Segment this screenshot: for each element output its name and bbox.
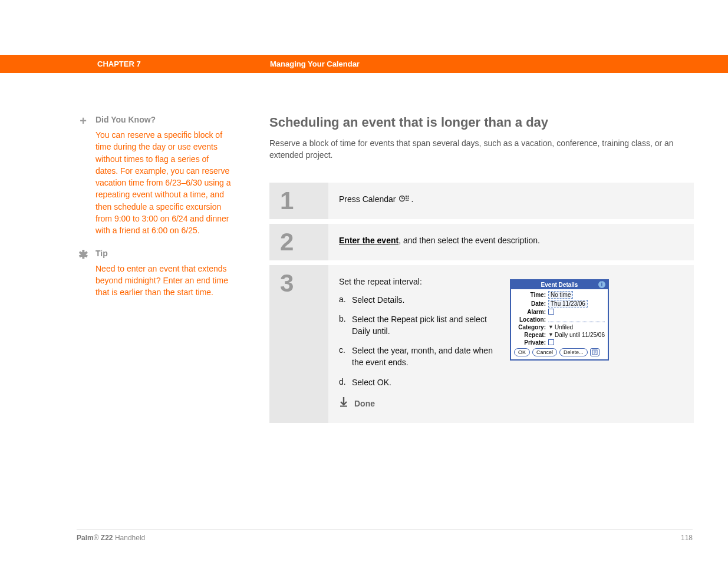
- chapter-header-bar: CHAPTER 7 Managing Your Calendar: [0, 55, 728, 73]
- arrow-down-icon: [339, 396, 348, 410]
- dropdown-icon[interactable]: ▼: [548, 324, 554, 330]
- note-icon[interactable]: [590, 348, 599, 356]
- star-icon: ✱: [78, 249, 88, 260]
- svg-rect-7: [406, 200, 409, 201]
- sidebar: + Did You Know? You can reserve a specif…: [78, 115, 231, 310]
- delete-button[interactable]: Delete...: [559, 348, 588, 356]
- tip-body: Need to enter an event that extends beyo…: [95, 263, 231, 299]
- svg-rect-6: [408, 198, 409, 199]
- step2-rest: , and then select the event description.: [398, 236, 540, 245]
- ok-button[interactable]: OK: [514, 348, 530, 356]
- location-field[interactable]: [548, 316, 605, 322]
- location-label: Location:: [514, 316, 546, 323]
- step-number-1: 1: [269, 183, 328, 219]
- page-footer: Palm® Z22 Handheld 118: [77, 530, 693, 542]
- chapter-label: CHAPTER 7: [97, 59, 141, 68]
- main-content: Scheduling an event that is longer than …: [269, 115, 694, 428]
- done-indicator: Done: [339, 396, 498, 410]
- dialog-title-bar: Event Details i: [511, 280, 608, 289]
- category-value[interactable]: Unfiled: [555, 324, 573, 330]
- info-icon[interactable]: i: [598, 281, 605, 288]
- footer-reg: ®: [94, 534, 99, 542]
- step-body-3: Set the repeat interval: a.Select Detail…: [328, 265, 694, 424]
- tip-box: ✱ Tip Need to enter an event that extend…: [78, 249, 231, 299]
- chapter-title: Managing Your Calendar: [270, 59, 360, 68]
- svg-rect-3: [406, 196, 407, 197]
- tip-label: Tip: [95, 249, 108, 258]
- dyk-body: You can reserve a specific block of time…: [95, 129, 231, 237]
- s3c-text: Select the year, month, and date when th…: [352, 345, 498, 368]
- alarm-label: Alarm:: [514, 309, 546, 315]
- date-value[interactable]: Thu 11/23/06: [548, 300, 588, 308]
- svg-rect-5: [406, 198, 407, 199]
- section-heading: Scheduling an event that is longer than …: [269, 115, 694, 130]
- s3a-letter: a.: [339, 295, 352, 306]
- footer-model: Z22: [99, 534, 113, 542]
- time-value[interactable]: No time: [548, 291, 573, 299]
- s3d-letter: d.: [339, 377, 352, 389]
- step-number-3: 3: [269, 265, 328, 424]
- step-body-1: Press Calendar .: [328, 183, 694, 219]
- step-number-2: 2: [269, 224, 328, 260]
- did-you-know-box: + Did You Know? You can reserve a specif…: [78, 115, 231, 237]
- enter-event-link[interactable]: Enter the event: [339, 236, 398, 245]
- s3c-letter: c.: [339, 345, 352, 368]
- s3d-text: Select OK.: [352, 377, 498, 389]
- step3-title: Set the repeat interval:: [339, 277, 498, 286]
- plus-icon: +: [78, 115, 88, 127]
- step-body-2: Enter the event, and then select the eve…: [328, 224, 694, 260]
- time-label: Time:: [514, 292, 546, 298]
- s3b-text: Select the Repeat pick list and select D…: [352, 314, 498, 337]
- repeat-label: Repeat:: [514, 332, 546, 338]
- step1-post: .: [411, 194, 413, 204]
- svg-rect-4: [408, 196, 409, 197]
- footer-brand: Palm: [77, 534, 94, 542]
- footer-rest: Handheld: [113, 534, 146, 542]
- event-details-dialog: Event Details i Time: No time Date:: [510, 279, 609, 361]
- section-intro: Reserve a block of time for events that …: [269, 137, 694, 161]
- alarm-checkbox[interactable]: [548, 309, 554, 315]
- page-number: 118: [681, 534, 693, 542]
- dialog-title: Event Details: [541, 282, 578, 288]
- product-name: Palm® Z22 Handheld: [77, 534, 145, 542]
- category-label: Category:: [514, 324, 546, 330]
- steps-table: 1 Press Calendar .: [269, 178, 694, 428]
- private-label: Private:: [514, 339, 546, 346]
- step1-pre: Press Calendar: [339, 194, 398, 204]
- calendar-icon: [399, 194, 410, 204]
- private-checkbox[interactable]: [548, 339, 554, 345]
- s3a-text: Select Details.: [352, 295, 498, 306]
- dropdown-icon[interactable]: ▼: [548, 332, 554, 338]
- repeat-value[interactable]: Daily until 11/25/06: [555, 332, 605, 338]
- done-label: Done: [354, 399, 375, 408]
- cancel-button[interactable]: Cancel: [532, 348, 557, 356]
- date-label: Date:: [514, 300, 546, 307]
- dyk-label: Did You Know?: [95, 115, 156, 124]
- s3b-letter: b.: [339, 314, 352, 337]
